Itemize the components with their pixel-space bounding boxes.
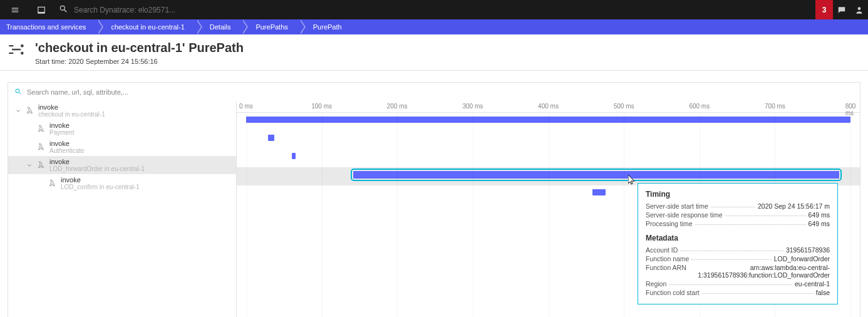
span-title: invoke bbox=[38, 103, 105, 111]
breadcrumb-item[interactable]: Transactions and services bbox=[0, 19, 97, 34]
span-tooltip: Timing Server-side start time2020 Sep 24… bbox=[638, 183, 838, 304]
axis-tick: 700 ms bbox=[765, 103, 785, 110]
tooltip-row: Regioneu-central-1 bbox=[646, 280, 830, 288]
dashboard-icon[interactable] bbox=[33, 0, 50, 19]
menu-icon[interactable] bbox=[6, 0, 24, 19]
breadcrumb: Transactions and servicescheckout in eu-… bbox=[0, 19, 868, 34]
tooltip-row: Function nameLOD_forwardOrder bbox=[646, 255, 830, 262]
svg-point-5 bbox=[16, 89, 19, 93]
tree-row[interactable]: invokePayment bbox=[8, 120, 236, 138]
page-header: 'checkout in eu-central-1' PurePath Star… bbox=[0, 34, 868, 71]
tooltip-row: Server-side response time649 ms bbox=[646, 211, 830, 219]
span-title: invoke bbox=[49, 158, 145, 165]
lambda-icon bbox=[48, 179, 57, 189]
panel-search bbox=[8, 83, 860, 101]
span-bar[interactable] bbox=[353, 171, 840, 179]
tooltip-timing-header: Timing bbox=[646, 190, 830, 199]
purepath-icon bbox=[8, 41, 25, 61]
lambda-icon bbox=[37, 142, 46, 152]
svg-point-3 bbox=[21, 44, 24, 48]
tree-search-input[interactable] bbox=[26, 88, 854, 96]
tooltip-row: Processing time649 ms bbox=[646, 220, 830, 227]
chevron-down-icon[interactable] bbox=[26, 162, 33, 169]
page-subtitle: Start time: 2020 September 24 15:56:16 bbox=[35, 58, 244, 65]
tooltip-row: Account ID319561578936 bbox=[646, 246, 830, 254]
tree-row[interactable]: invokecheckout in eu-central-1 bbox=[8, 101, 236, 120]
span-title: invoke bbox=[49, 140, 85, 147]
svg-line-6 bbox=[19, 93, 21, 95]
chevron-down-icon[interactable] bbox=[14, 108, 22, 114]
top-bar: 3 bbox=[0, 0, 868, 19]
lambda-icon bbox=[37, 160, 46, 170]
axis-tick: 300 ms bbox=[462, 103, 483, 110]
tooltip-row: Function cold startfalse bbox=[646, 289, 830, 296]
problems-badge[interactable]: 3 bbox=[815, 0, 833, 19]
tooltip-metadata-header: Metadata bbox=[646, 234, 830, 242]
search-icon[interactable] bbox=[59, 4, 68, 15]
tooltip-row: Function ARNarn:aws:lambda:eu-central-1:… bbox=[646, 264, 830, 279]
tooltip-row: Server-side start time2020 Sep 24 15:56:… bbox=[646, 202, 830, 210]
breadcrumb-item[interactable]: PurePaths bbox=[242, 19, 299, 34]
lambda-icon bbox=[37, 124, 46, 134]
tree-row[interactable]: invokeAuthenticate bbox=[8, 138, 236, 156]
svg-point-4 bbox=[21, 52, 24, 55]
span-title: invoke bbox=[49, 122, 74, 129]
axis-tick: 400 ms bbox=[538, 103, 559, 110]
span-subtitle: Authenticate bbox=[49, 147, 85, 154]
global-search-input[interactable] bbox=[73, 5, 261, 15]
axis-tick: 200 ms bbox=[387, 103, 408, 110]
purepath-panel: invokecheckout in eu-central-1invokePaym… bbox=[8, 82, 860, 317]
chat-icon[interactable] bbox=[833, 0, 850, 19]
time-axis: 0 ms100 ms200 ms300 ms400 ms500 ms600 ms… bbox=[237, 101, 860, 113]
span-subtitle: LOD_forwardOrder in eu-central-1 bbox=[49, 165, 145, 172]
span-bar[interactable] bbox=[268, 135, 274, 141]
svg-line-1 bbox=[65, 10, 67, 13]
user-icon[interactable] bbox=[850, 0, 868, 19]
breadcrumb-item[interactable]: PurePath bbox=[299, 19, 353, 34]
span-subtitle: LOD_confirm in eu-central-1 bbox=[61, 184, 140, 190]
svg-point-0 bbox=[60, 6, 65, 10]
span-subtitle: checkout in eu-central-1 bbox=[38, 111, 105, 118]
breadcrumb-item[interactable]: checkout in eu-central-1 bbox=[97, 19, 195, 34]
tree-row[interactable]: invokeLOD_forwardOrder in eu-central-1 bbox=[8, 156, 236, 174]
tree-row[interactable]: invokeLOD_confirm in eu-central-1 bbox=[8, 174, 236, 192]
lambda-icon bbox=[26, 106, 34, 116]
span-bar[interactable] bbox=[592, 189, 606, 195]
page-title: 'checkout in eu-central-1' PurePath bbox=[35, 41, 244, 55]
axis-tick: 600 ms bbox=[689, 103, 710, 110]
span-title: invoke bbox=[61, 176, 140, 184]
axis-tick: 100 ms bbox=[311, 103, 332, 110]
filter-icon bbox=[14, 86, 22, 98]
axis-tick: 0 ms bbox=[239, 103, 253, 110]
span-tree: invokecheckout in eu-central-1invokePaym… bbox=[8, 101, 237, 317]
gantt-area: 0 ms100 ms200 ms300 ms400 ms500 ms600 ms… bbox=[237, 101, 860, 317]
breadcrumb-item[interactable]: Details bbox=[196, 19, 242, 34]
span-subtitle: Payment bbox=[49, 129, 74, 136]
axis-tick: 500 ms bbox=[614, 103, 634, 110]
svg-point-2 bbox=[858, 7, 861, 10]
span-bar[interactable] bbox=[292, 153, 296, 159]
